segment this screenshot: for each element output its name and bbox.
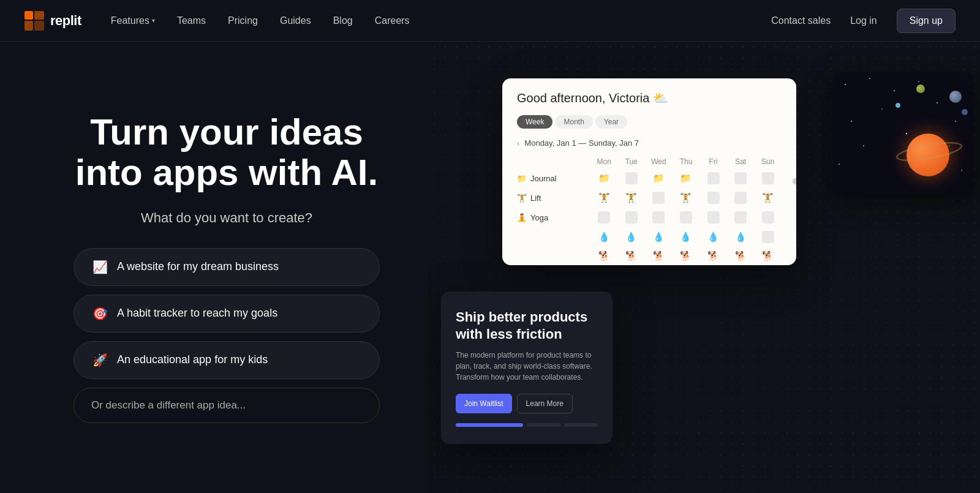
option-custom-label: Or describe a different app idea... xyxy=(91,399,246,412)
svg-point-12 xyxy=(863,145,864,146)
visual-area: Good afternoon, Victoria ⛅ Week Month Ye… xyxy=(429,42,980,493)
logo[interactable]: replit xyxy=(24,11,81,31)
habit-date-range: ‹ Monday, Jan 1 — Sunday, Jan 7 xyxy=(502,136,796,155)
contact-sales-link[interactable]: Contact sales xyxy=(771,15,831,26)
join-waitlist-button[interactable]: Join Waitlist xyxy=(456,394,512,413)
habit-tabs: Week Month Year xyxy=(502,115,796,136)
product-card: Ship better products with less friction … xyxy=(441,292,612,444)
hero-section: Turn your ideasinto apps with AI. What d… xyxy=(0,42,429,493)
habit-table-header: Mon Tue Wed Thu Fri Sat Sun xyxy=(502,155,796,168)
option-buttons: 📈 A website for my dream business 🎯 A ha… xyxy=(74,248,380,423)
nav-careers[interactable]: Careers xyxy=(365,10,420,31)
habit-tab-week[interactable]: Week xyxy=(517,115,552,129)
svg-rect-3 xyxy=(34,21,44,31)
svg-rect-2 xyxy=(24,21,33,31)
option-edu-label: An educational app for my kids xyxy=(117,353,268,366)
signup-button[interactable]: Sign up xyxy=(897,9,956,33)
hero-title: Turn your ideasinto apps with AI. xyxy=(61,112,392,193)
habit-tab-month[interactable]: Month xyxy=(555,115,592,129)
option-habit-button[interactable]: 🎯 A habit tracker to reach my goals xyxy=(74,295,380,333)
svg-point-9 xyxy=(881,108,883,110)
product-card-description: The modern platform for product teams to… xyxy=(456,350,598,383)
habit-row-journal: 📁 Journal 📁 📁 📁 xyxy=(502,168,796,188)
svg-point-4 xyxy=(845,84,846,85)
svg-point-16 xyxy=(961,170,962,171)
product-card-progress xyxy=(456,423,598,427)
login-button[interactable]: Log in xyxy=(840,10,887,31)
learn-more-button[interactable]: Learn More xyxy=(517,394,573,413)
chart-icon: 📈 xyxy=(91,260,108,274)
svg-point-11 xyxy=(955,121,956,122)
progress-bar-2 xyxy=(527,423,560,427)
logo-text: replit xyxy=(50,13,81,29)
navbar: replit Features ▾ Teams Pricing Guides B… xyxy=(0,0,980,42)
habit-row-pet: 🐕 🐕 🐕 🐕 🐕 🐕 🐕 xyxy=(502,247,796,265)
nav-blog[interactable]: Blog xyxy=(323,10,363,31)
hero-subtitle: What do you want to create? xyxy=(61,210,392,226)
stars-illustration xyxy=(833,72,974,195)
svg-point-10 xyxy=(937,102,938,103)
space-card xyxy=(833,72,974,195)
svg-rect-1 xyxy=(34,11,44,20)
svg-point-7 xyxy=(918,81,919,82)
space-illustration xyxy=(833,72,974,195)
floating-cards: Good afternoon, Victoria ⛅ Week Month Ye… xyxy=(429,42,980,493)
progress-bar-1 xyxy=(456,423,523,427)
product-card-title: Ship better products with less friction xyxy=(456,309,598,342)
option-website-button[interactable]: 📈 A website for my dream business xyxy=(74,248,380,286)
nav-links: Features ▾ Teams Pricing Guides Blog Car… xyxy=(101,10,771,31)
habit-row-yoga: 🧘 Yoga xyxy=(502,208,796,227)
nav-right: Contact sales Log in Sign up xyxy=(771,9,956,33)
product-card-buttons: Join Waitlist Learn More xyxy=(456,394,598,413)
option-custom-button[interactable]: Or describe a different app idea... xyxy=(74,388,380,423)
svg-point-13 xyxy=(906,133,907,134)
habit-tracker-card: Good afternoon, Victoria ⛅ Week Month Ye… xyxy=(502,78,796,265)
svg-point-5 xyxy=(869,78,870,79)
option-website-label: A website for my dream business xyxy=(117,260,279,273)
chevron-down-icon: ▾ xyxy=(152,17,155,24)
svg-point-14 xyxy=(949,145,950,146)
habit-tab-year[interactable]: Year xyxy=(595,115,627,129)
svg-point-8 xyxy=(851,121,852,122)
nav-pricing[interactable]: Pricing xyxy=(218,10,268,31)
option-habit-label: A habit tracker to reach my goals xyxy=(117,307,277,320)
nav-features[interactable]: Features ▾ xyxy=(101,10,165,31)
habit-row-water: 💧 💧 💧 💧 💧 💧 xyxy=(502,227,796,247)
rocket-icon: 🚀 xyxy=(91,353,108,367)
replit-logo-icon xyxy=(24,11,44,31)
nav-guides[interactable]: Guides xyxy=(270,10,321,31)
nav-teams[interactable]: Teams xyxy=(167,10,216,31)
svg-rect-0 xyxy=(24,11,33,20)
date-prev-arrow[interactable]: ‹ xyxy=(517,138,519,148)
main-content: Turn your ideasinto apps with AI. What d… xyxy=(0,42,980,493)
progress-bar-3 xyxy=(564,423,598,427)
habit-card-greeting: Good afternoon, Victoria ⛅ xyxy=(502,78,796,115)
svg-point-6 xyxy=(894,90,895,91)
habit-row-lift: 🏋️ Lift 🏋️ 🏋️ 🏋️ 🏋️ xyxy=(502,188,796,208)
svg-point-15 xyxy=(839,164,840,165)
target-icon: 🎯 xyxy=(91,306,108,321)
option-edu-button[interactable]: 🚀 An educational app for my kids xyxy=(74,341,380,379)
